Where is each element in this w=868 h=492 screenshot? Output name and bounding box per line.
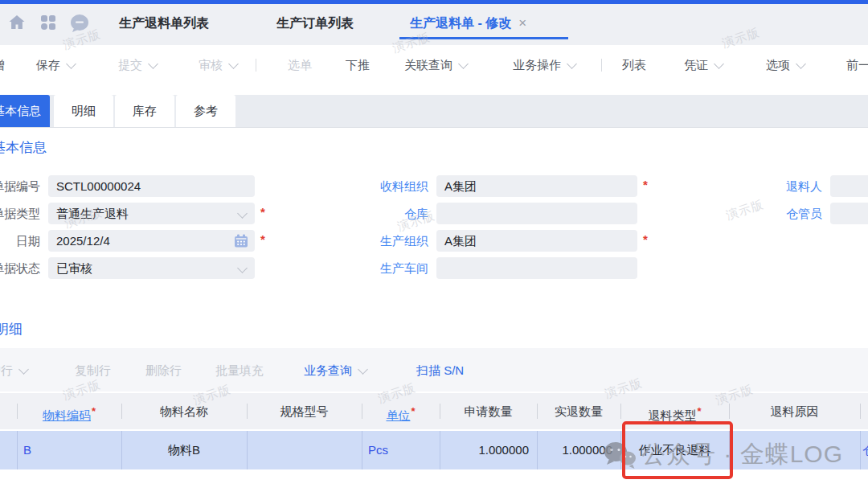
returner-label[interactable]: 退料人 — [742, 175, 822, 197]
tab-inventory[interactable]: 库存 — [115, 95, 174, 127]
business-operation-button[interactable]: 业务操作 — [513, 58, 575, 73]
chevron-down-icon — [567, 59, 577, 69]
production-return-order-page: { "marks": {"required": "*", "close": "×… — [0, 0, 868, 492]
copy-row-button[interactable]: 复制行 — [75, 363, 111, 379]
cell-next-column-partial[interactable]: 仓 — [862, 431, 868, 469]
submit-button[interactable]: 提交 — [118, 58, 157, 73]
col-header-material-name[interactable]: 物料名称 — [121, 393, 247, 429]
warehouse-field[interactable] — [436, 203, 637, 224]
receiving-org-label[interactable]: 收料组织 — [348, 175, 428, 197]
required-mark: * — [260, 228, 265, 250]
bill-no-field[interactable]: SCTL00000024 — [48, 175, 255, 197]
warehouse-keeper-field[interactable] — [830, 203, 868, 224]
date-label: 日期 — [0, 230, 40, 252]
message-icon[interactable] — [69, 13, 90, 34]
batch-fill-button[interactable]: 批量填充 — [215, 363, 264, 379]
voucher-button[interactable]: 凭证 — [684, 58, 723, 73]
tab-detail[interactable]: 明细 — [54, 95, 113, 127]
cell-return-type[interactable]: 作业不良退料 — [620, 431, 729, 469]
options-label: 选项 — [766, 58, 790, 72]
cell-unit[interactable]: Pcs — [368, 431, 388, 469]
chevron-down-icon — [714, 59, 724, 69]
related-query-button[interactable]: 关联查询 — [404, 58, 467, 73]
production-org-label[interactable]: 生产组织 — [348, 230, 428, 252]
business-query-button[interactable]: 业务查询 — [304, 363, 366, 379]
tab-basic-info[interactable]: 基本信息 — [0, 95, 50, 127]
cell-separator — [362, 431, 362, 469]
bill-type-value: 普通生产退料 — [56, 203, 129, 224]
save-button[interactable]: 保存 — [36, 58, 75, 73]
bill-no-value: SCTL00000024 — [56, 175, 141, 197]
cell-return-reason[interactable] — [729, 431, 860, 469]
options-button[interactable]: 选项 — [766, 58, 805, 73]
date-field[interactable]: 2025/12/4 — [48, 230, 255, 252]
view-tab-strip: 基本信息 明细 库存 参考 — [0, 95, 868, 128]
workshop-label[interactable]: 生产车间 — [348, 257, 428, 279]
calendar-icon[interactable] — [234, 234, 248, 251]
receiving-org-value: A集团 — [444, 175, 477, 197]
cell-separator — [860, 431, 861, 469]
chevron-down-icon — [796, 59, 806, 69]
audit-button[interactable]: 审核 — [199, 58, 237, 73]
return-type-header-label: 退料类型 — [648, 408, 696, 422]
production-org-field[interactable]: A集团 — [436, 230, 637, 252]
required-mark: * — [260, 201, 265, 223]
returner-field[interactable] — [830, 175, 868, 197]
cell-material-name[interactable]: 物料B — [121, 431, 247, 469]
cell-spec[interactable] — [247, 431, 362, 469]
col-header-spec[interactable]: 规格型号 — [247, 393, 362, 429]
warehouse-label[interactable]: 仓库 — [348, 203, 428, 224]
col-header-applied-qty[interactable]: 申请数量 — [440, 393, 537, 429]
delete-row-button[interactable]: 删除行 — [145, 363, 182, 379]
required-mark: * — [643, 174, 648, 195]
bill-type-select[interactable]: 普通生产退料 — [48, 203, 255, 224]
business-operation-label: 业务操作 — [513, 58, 561, 72]
required-mark: * — [411, 405, 415, 417]
voucher-label: 凭证 — [684, 58, 708, 72]
cell-separator — [17, 431, 18, 469]
chevron-down-icon — [237, 208, 248, 219]
list-button[interactable]: 列表 — [622, 58, 646, 73]
col-header-unit[interactable]: 单位* — [362, 393, 440, 429]
unit-header-link[interactable]: 单位 — [386, 408, 410, 422]
material-code-header-link[interactable]: 物料编码 — [43, 408, 91, 422]
new-button[interactable]: 新增 — [0, 58, 5, 73]
column-separator — [860, 404, 861, 419]
active-tab-label: 生产退料单 - 修改 — [410, 16, 511, 30]
chevron-down-icon — [237, 263, 248, 273]
previous-button[interactable]: 前一张 — [846, 58, 868, 73]
bill-status-label: 单据状态 — [0, 257, 40, 279]
add-row-button[interactable]: 增行 — [0, 363, 27, 379]
cell-applied-qty[interactable]: 1.000000 — [440, 431, 529, 469]
submit-label: 提交 — [118, 58, 142, 72]
chevron-down-icon — [18, 364, 29, 375]
pick-list-button[interactable]: 选单 — [288, 58, 312, 73]
apps-grid-icon[interactable] — [39, 13, 59, 34]
tab-production-return-edit[interactable]: 生产退料单 - 修改× — [410, 15, 526, 32]
warehouse-keeper-label[interactable]: 仓管员 — [742, 203, 822, 224]
col-header-return-type[interactable]: 退料类型* — [620, 393, 729, 429]
cell-material-code[interactable]: B — [23, 431, 31, 469]
required-mark: * — [92, 405, 96, 417]
col-header-actual-qty[interactable]: 实退数量 — [537, 393, 620, 429]
chevron-down-icon — [358, 364, 368, 375]
bill-no-label: 单据编号 — [0, 175, 40, 197]
workshop-field[interactable] — [436, 257, 637, 279]
active-tab-underline — [399, 37, 568, 39]
add-row-label: 增行 — [0, 363, 13, 377]
col-header-material-code[interactable]: 物料编码* — [17, 393, 121, 429]
cell-actual-qty[interactable]: 1.000000 — [537, 431, 612, 469]
tab-production-order-list[interactable]: 生产订单列表 — [276, 15, 354, 32]
detail-toolbar: 增行 复制行 删除行 批量填充 业务查询 扫描 S/N — [0, 348, 868, 392]
scan-sn-button[interactable]: 扫描 S/N — [416, 363, 464, 379]
home-icon[interactable] — [7, 13, 28, 34]
col-header-return-reason[interactable]: 退料原因 — [729, 393, 860, 429]
push-down-button[interactable]: 下推 — [346, 58, 370, 73]
table-row[interactable]: B 物料B Pcs 1.000000 1.000000 作业不良退料 仓 — [0, 431, 868, 469]
tab-production-return-list[interactable]: 生产退料单列表 — [119, 15, 209, 32]
detail-heading: 明细 — [0, 320, 23, 338]
receiving-org-field[interactable]: A集团 — [436, 175, 637, 197]
tab-reference[interactable]: 参考 — [176, 95, 235, 127]
close-icon[interactable]: × — [518, 15, 526, 31]
bill-status-select[interactable]: 已审核 — [48, 257, 255, 279]
